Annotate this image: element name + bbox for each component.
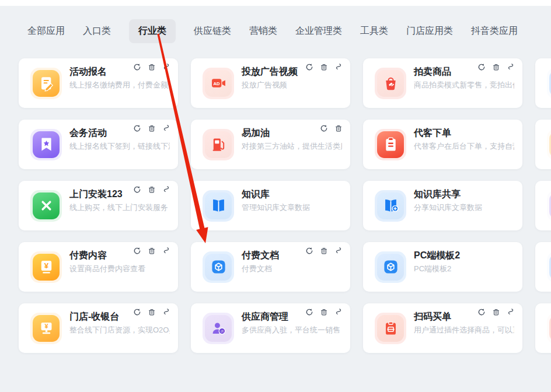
app-card-PC端模板2[interactable]: PC端模板2PC端模板2 [363,242,522,292]
app-icon-halo [547,251,551,283]
trash-icon[interactable] [491,307,501,317]
trash-icon[interactable] [147,307,156,317]
refresh-icon[interactable] [132,246,142,256]
app-icon-halo [375,251,406,283]
app-card-扫码买单[interactable]: 扫码买单用户通过插件选择商品，可以直接... [363,303,522,353]
app-card-description: PC端模板2 [414,264,460,274]
link-icon[interactable] [162,185,171,194]
app-card-partial[interactable] [535,242,551,292]
link-icon[interactable] [162,124,171,133]
link-icon[interactable] [162,62,171,72]
app-card-description: 投放广告视频 [242,80,298,90]
svg-text:AD: AD [213,81,220,86]
refresh-icon[interactable] [305,62,314,72]
app-card-付费文档[interactable]: 付费文档付费文档 [191,242,350,292]
app-card-title: PC端模板2 [414,249,460,262]
card-action-bar [305,307,343,317]
tab-工具类[interactable]: 工具类 [360,19,388,43]
tab-门店应用类[interactable]: 门店应用类 [406,19,453,43]
link-icon[interactable] [162,246,171,256]
app-card-拍卖商品[interactable]: 拍卖商品商品拍卖模式新零售，竞拍出价得... [363,58,522,108]
refresh-icon[interactable] [132,62,142,72]
link-icon[interactable] [506,307,515,317]
card-action-bar [132,124,171,133]
category-tabs: 全部应用入口类行业类供应链类营销类企业管理类工具类门店应用类抖音类应用 [27,19,518,43]
bookmark-star-icon [33,131,60,158]
app-card-description: 整合线下门店资源，实现O2O异业... [69,325,170,335]
trash-icon[interactable] [319,246,329,256]
app-card-partial[interactable] [535,120,551,169]
app-card-活动报名[interactable]: 活动报名线上报名缴纳费用，付费金额营销... [19,58,178,108]
app-card-知识库共享[interactable]: 知识库共享分享知识库文章数据 [363,181,522,230]
app-icon-halo [547,190,551,222]
app-card-易加油[interactable]: 易加油对接第三方油站，提供生活类服务。 [191,120,350,169]
app-card-description: 代替客户在后台下单，支持自营，... [414,141,514,152]
link-icon[interactable] [334,307,343,317]
app-icon-halo [30,190,62,222]
app-card-门店-收银台[interactable]: ¥门店-收银台整合线下门店资源，实现O2O异业... [19,303,178,353]
svg-text:供: 供 [220,330,224,333]
app-card-上门安装123[interactable]: 上门安装123线上购买，线下上门安装服务，核... [19,181,178,230]
app-card-知识库[interactable]: 知识库管理知识库文章数据 [191,181,350,230]
tab-抖音类应用[interactable]: 抖音类应用 [471,19,518,43]
tools-cross-icon [33,192,60,219]
tab-行业类[interactable]: 行业类 [129,19,176,43]
trash-icon[interactable] [147,185,156,194]
svg-text:¥: ¥ [44,261,48,270]
trash-icon[interactable] [147,246,156,256]
trash-icon[interactable] [147,62,156,72]
app-card-代客下单[interactable]: 代客下单代替客户在后台下单，支持自营，... [363,120,522,169]
tab-企业管理类[interactable]: 企业管理类 [295,19,342,43]
app-card-title: 投放广告视频 [242,65,298,78]
trash-icon[interactable] [319,62,329,72]
trash-icon[interactable] [491,62,501,72]
card-text-block: 代客下单代替客户在后台下单，支持自营，... [414,120,514,152]
link-icon[interactable] [334,246,343,256]
app-icon-halo [375,313,406,344]
app-card-partial[interactable] [535,181,551,230]
tab-入口类[interactable]: 入口类 [83,19,111,43]
refresh-icon[interactable] [132,307,142,317]
refresh-icon[interactable] [477,307,486,317]
refresh-icon[interactable] [132,185,142,194]
link-icon[interactable] [506,62,515,72]
link-icon[interactable] [334,62,343,72]
refresh-icon[interactable] [477,62,486,72]
app-card-partial[interactable] [535,58,551,108]
app-card-会务活动[interactable]: 会务活动线上报名线下签到，链接线下活动。 [19,120,178,169]
tab-全部应用[interactable]: 全部应用 [27,19,65,43]
trash-icon[interactable] [334,124,343,133]
refresh-icon[interactable] [132,124,142,133]
app-card-partial[interactable] [535,303,551,353]
app-card-description: 对接第三方油站，提供生活类服务。 [242,141,342,152]
card-text-block: 知识库管理知识库文章数据 [242,181,310,213]
app-card-供应商管理[interactable]: 供供应商管理多供应商入驻，平台统一销售，商... [191,303,350,353]
refresh-icon[interactable] [319,124,329,133]
app-card-description: 管理知识库文章数据 [242,202,310,213]
tab-营销类[interactable]: 营销类 [249,19,277,43]
app-card-投放广告视频[interactable]: AD投放广告视频投放广告视频 [191,58,350,108]
tab-供应链类[interactable]: 供应链类 [194,19,231,43]
app-card-description: 设置商品付费内容查看 [69,264,145,274]
app-icon-halo [547,68,551,99]
paid-content-icon: ¥ [33,254,60,281]
open-book-icon [205,192,232,219]
card-action-bar [319,124,343,133]
refresh-icon[interactable] [305,246,314,256]
app-card-description: 线上报名缴纳费用，付费金额营销... [69,80,170,90]
trash-icon[interactable] [319,307,329,317]
app-icon-halo [203,129,234,160]
card-action-bar [305,62,343,72]
app-card-付费内容[interactable]: ¥付费内容设置商品付费内容查看 [19,242,178,292]
card-action-bar [132,246,171,256]
trash-icon[interactable] [147,124,156,133]
app-card-title: 知识库共享 [414,188,482,201]
app-icon-halo [375,129,406,160]
link-icon[interactable] [162,307,171,317]
app-card-title: 代客下单 [414,127,514,139]
refresh-icon[interactable] [305,307,314,317]
svg-text:¥: ¥ [44,323,48,330]
app-card-grid: 活动报名线上报名缴纳费用，付费金额营销...AD投放广告视频投放广告视频拍卖商品… [19,58,551,353]
app-card-title: 付费文档 [242,249,279,262]
app-icon-halo: ¥ [30,251,62,283]
